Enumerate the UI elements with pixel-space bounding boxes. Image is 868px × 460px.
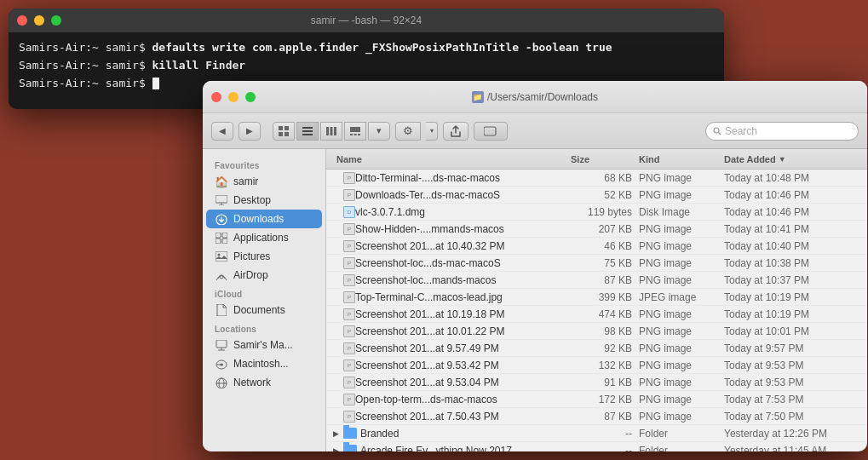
file-date: Yesterday at 11:45 AM	[724, 445, 860, 452]
file-size: --	[571, 428, 639, 440]
file-name: Screenshot 201...at 7.50.43 PM	[355, 411, 571, 423]
file-date: Today at 9:53 PM	[724, 359, 860, 371]
sidebar-label-airdrop: AirDrop	[233, 269, 268, 281]
file-arrow-placeholder: ▶	[333, 310, 342, 319]
file-size: 75 KB	[571, 257, 639, 269]
png-icon: P	[343, 257, 355, 269]
finder-body: Favourites 🏠 samir Desktop Downloads	[203, 149, 867, 451]
table-row[interactable]: ▶ P Screenshot 201...at 7.50.43 PM 87 KB…	[326, 408, 867, 425]
file-kind: PNG image	[639, 342, 724, 354]
sidebar-item-macintosh[interactable]: Macintosh...	[206, 354, 322, 373]
sidebar-item-samirs-mac[interactable]: Samir's Ma...	[206, 336, 322, 354]
finder-close-button[interactable]	[211, 92, 221, 102]
col-header-date[interactable]: Date Added ▼	[724, 154, 860, 164]
table-row[interactable]: ▶ P Show-Hidden-....mmands-macos 207 KB …	[326, 221, 867, 238]
table-row[interactable]: ▶ P Screenshot-loc...mands-macos 87 KB P…	[326, 272, 867, 289]
svg-rect-24	[222, 239, 227, 244]
share-button[interactable]	[443, 122, 468, 141]
icon-view-button[interactable]	[273, 122, 295, 141]
table-row[interactable]: ▶ Arcade Fire Ev...ything Now 2017 -- Fo…	[326, 442, 867, 451]
svg-rect-28	[216, 340, 227, 348]
table-row[interactable]: ▶ Branded -- Folder Yesterday at 12:26 P…	[326, 425, 867, 442]
file-arrow-placeholder: ▶	[333, 259, 342, 267]
col-header-name[interactable]: Name	[333, 154, 571, 164]
sidebar-label-desktop: Desktop	[233, 194, 271, 206]
png-icon: P	[343, 240, 355, 252]
finder-minimize-button[interactable]	[228, 92, 239, 102]
column-view-button[interactable]	[320, 122, 342, 141]
folder-icon	[343, 428, 357, 439]
file-arrow-placeholder: ▶	[333, 276, 342, 285]
sidebar-item-samir[interactable]: 🏠 samir	[206, 172, 322, 191]
maximize-button[interactable]	[51, 15, 61, 26]
table-row[interactable]: ▶ P Ditto-Terminal-....ds-mac-macos 68 K…	[326, 170, 867, 187]
sidebar-item-applications[interactable]: Applications	[206, 228, 322, 247]
file-arrow-placeholder: ▶	[333, 361, 342, 370]
file-kind: PNG image	[639, 172, 724, 184]
svg-rect-25	[216, 251, 227, 262]
sidebar-item-airdrop[interactable]: AirDrop	[206, 266, 322, 285]
file-size: 132 KB	[571, 359, 639, 371]
table-row[interactable]: ▶ P Top-Terminal-C...macos-lead.jpg 399 …	[326, 289, 867, 306]
finder-window: 📁 /Users/samir/Downloads ◀ ▶ ▾ ⚙ ▾	[203, 81, 867, 451]
table-row[interactable]: ▶ P Screenshot 201...at 10.19.18 PM 474 …	[326, 306, 867, 323]
file-arrow-placeholder: ▶	[333, 327, 342, 336]
gear-arrow-button[interactable]: ▾	[426, 122, 438, 141]
svg-rect-12	[354, 134, 357, 135]
table-row[interactable]: ▶ P Screenshot 201...at 9.57.49 PM 92 KB…	[326, 340, 867, 357]
tags-button[interactable]	[474, 122, 508, 141]
table-row[interactable]: ▶ P Downloads-Ter...ds-mac-macoS 52 KB P…	[326, 187, 867, 204]
desktop-icon	[215, 193, 228, 207]
file-kind: Folder	[639, 445, 724, 452]
file-list-body: ▶ P Ditto-Terminal-....ds-mac-macos 68 K…	[326, 170, 867, 451]
file-name: Screenshot 201...at 9.57.49 PM	[355, 342, 571, 354]
gear-button[interactable]: ⚙	[395, 122, 421, 141]
file-date: Today at 10:19 PM	[724, 308, 860, 320]
table-row[interactable]: ▶ P Screenshot 201...at 9.53.42 PM 132 K…	[326, 357, 867, 374]
col-header-kind[interactable]: Kind	[639, 154, 724, 164]
sidebar-item-documents[interactable]: Documents	[206, 301, 322, 319]
folder-icon	[343, 445, 357, 451]
svg-rect-17	[216, 195, 227, 203]
home-icon: 🏠	[215, 175, 228, 188]
close-button[interactable]	[17, 15, 27, 26]
sidebar-item-downloads[interactable]: Downloads	[206, 210, 322, 228]
search-box[interactable]: Search	[705, 122, 859, 141]
gallery-view-button[interactable]	[344, 122, 366, 141]
file-name: Screenshot 201...at 9.53.42 PM	[355, 359, 571, 371]
table-row[interactable]: ▶ D vlc-3.0.7.1.dmg 119 bytes Disk Image…	[326, 204, 867, 221]
file-name: Top-Terminal-C...macos-lead.jpg	[355, 291, 571, 303]
table-row[interactable]: ▶ P Screenshot-loc...ds-mac-macoS 75 KB …	[326, 255, 867, 272]
file-size: 172 KB	[571, 394, 639, 405]
table-row[interactable]: ▶ P Open-top-term...ds-mac-macos 172 KB …	[326, 391, 867, 408]
file-size: --	[571, 445, 639, 452]
downloads-icon	[215, 212, 228, 226]
svg-rect-5	[302, 130, 313, 132]
forward-button[interactable]: ▶	[239, 122, 261, 141]
minimize-button[interactable]	[34, 15, 44, 26]
folder-arrow-icon: ▶	[333, 429, 342, 438]
file-list-header: Name Size Kind Date Added ▼	[326, 149, 867, 170]
sidebar-item-network[interactable]: Network	[206, 373, 322, 392]
file-kind: PNG image	[639, 359, 724, 371]
view-options-button[interactable]: ▾	[368, 122, 390, 141]
table-row[interactable]: ▶ P Screenshot 201...at 10.01.22 PM 98 K…	[326, 323, 867, 340]
file-kind: PNG image	[639, 394, 724, 405]
terminal-titlebar: samir — -bash — 92×24	[9, 9, 724, 32]
file-name: vlc-3.0.7.1.dmg	[355, 206, 571, 218]
png-icon: P	[343, 377, 355, 388]
list-view-button[interactable]	[296, 122, 319, 141]
png-icon: P	[343, 274, 355, 286]
locations-label: Locations	[203, 319, 325, 336]
file-date: Today at 10:48 PM	[724, 172, 860, 184]
sidebar-item-desktop[interactable]: Desktop	[206, 191, 322, 210]
sidebar-item-pictures[interactable]: Pictures	[206, 247, 322, 266]
file-name: Screenshot-loc...ds-mac-macoS	[355, 257, 571, 269]
table-row[interactable]: ▶ P Screenshot 201...at 10.40.32 PM 46 K…	[326, 238, 867, 255]
svg-rect-22	[222, 233, 227, 238]
col-header-size[interactable]: Size	[571, 154, 639, 164]
table-row[interactable]: ▶ P Screenshot 201...at 9.53.04 PM 91 KB…	[326, 374, 867, 391]
svg-point-15	[714, 128, 719, 133]
back-button[interactable]: ◀	[211, 122, 233, 141]
finder-maximize-button[interactable]	[245, 92, 256, 102]
